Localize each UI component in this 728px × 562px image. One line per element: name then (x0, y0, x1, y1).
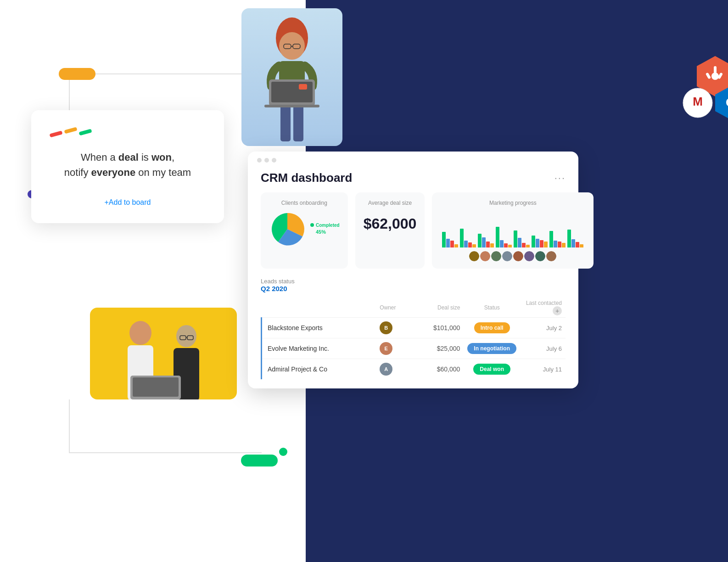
titlebar-dot-2 (264, 158, 269, 163)
cell-deal-size: $25,000 (421, 338, 464, 359)
svg-rect-11 (299, 84, 307, 90)
cell-owner: A (376, 359, 421, 380)
bar-chart (440, 211, 585, 247)
bar-group (514, 230, 530, 248)
cell-deal-size: $101,000 (421, 318, 464, 338)
status-badge: Intro call (474, 322, 510, 333)
leads-table-header-row: Owner Deal size Status Last contacted + (262, 298, 566, 318)
avatar-1 (469, 251, 479, 261)
metric-marketing-progress: Marketing progress (432, 192, 594, 269)
connector-line-bottom-v (69, 399, 70, 453)
table-row: Evolve Marketing Inc. E $25,000 In negot… (262, 338, 566, 359)
cell-status: Deal won (464, 359, 520, 380)
bar-group (532, 236, 548, 247)
owner-avatar: A (380, 363, 392, 376)
svg-point-14 (176, 325, 196, 347)
bar-segment (490, 243, 494, 247)
leads-table-head: Owner Deal size Status Last contacted + (262, 298, 566, 318)
cell-last-contacted: July 6 (520, 338, 566, 359)
logo-bar-red (49, 131, 62, 138)
leads-section: Leads status Q2 2020 Owner Deal size Sta… (248, 278, 578, 379)
leads-table: Owner Deal size Status Last contacted + … (261, 298, 566, 379)
workflow-description: When a deal is won, notify everyone on m… (50, 150, 206, 180)
col-header-status: Status (464, 298, 520, 318)
svg-text:O: O (726, 96, 728, 109)
add-column-button[interactable]: + (553, 306, 562, 315)
avatar-6 (524, 251, 534, 261)
svg-rect-20 (133, 377, 179, 397)
metric-deal-size: Average deal size $62,000 (355, 192, 425, 269)
bar-segment (468, 242, 472, 247)
col-header-deal-size: Deal size (421, 298, 464, 318)
connector-pill-yellow (59, 68, 95, 80)
avatar-8 (546, 251, 556, 261)
add-to-board-link[interactable]: +Add to board (50, 198, 206, 207)
bar-segment (482, 237, 486, 248)
bar-segment (504, 243, 508, 247)
metric-clients-onboarding: Clients onboarding Completed 4 (261, 192, 348, 269)
bar-segment (540, 240, 543, 248)
bar-group (442, 232, 458, 247)
svg-rect-6 (280, 105, 291, 141)
table-row: Blackstone Exports B $101,000 Intro call… (262, 318, 566, 338)
owner-avatar: E (380, 342, 392, 355)
logo-bar-green (78, 129, 92, 136)
svg-text:M: M (693, 95, 703, 108)
deal-size-value: $62,000 (364, 215, 417, 232)
bar-group (549, 231, 566, 247)
bar-segment (562, 243, 566, 248)
connector-dot-green (279, 448, 287, 456)
bar-segment (460, 229, 464, 247)
svg-rect-23 (714, 66, 717, 73)
status-badge: In negotiation (467, 343, 516, 354)
svg-rect-10 (264, 105, 319, 107)
cell-owner: B (376, 318, 421, 338)
legend-completed: Completed (310, 223, 340, 228)
leads-table-body: Blackstone Exports B $101,000 Intro call… (262, 318, 566, 380)
svg-point-22 (711, 73, 719, 80)
crm-header: CRM dashboard ··· (248, 169, 578, 192)
bar-segment (518, 238, 521, 247)
bar-segment (571, 239, 575, 247)
metric-onboarding-title: Clients onboarding (269, 200, 340, 206)
legend-dot-completed (310, 223, 314, 227)
avatar-4 (502, 251, 512, 261)
bar-segment (454, 244, 458, 248)
bar-segment (442, 232, 446, 247)
svg-point-1 (279, 32, 305, 60)
bar-segment (500, 240, 504, 248)
window-titlebar (248, 152, 578, 169)
bar-group (478, 234, 494, 247)
legend-pct: 45% (310, 229, 340, 235)
bar-segment (558, 242, 561, 248)
svg-rect-7 (293, 105, 303, 141)
bar-segment (514, 230, 517, 248)
photo-card-people (90, 308, 237, 399)
bar-segment (580, 244, 583, 248)
cell-company: Admiral Project & Co (262, 359, 376, 380)
bar-segment (576, 242, 579, 247)
bar-segment (549, 231, 553, 247)
bar-segment (496, 227, 499, 247)
bar-segment (536, 239, 539, 247)
bar-segment (446, 239, 450, 247)
metric-deal-size-title: Average deal size (364, 200, 417, 206)
connector-line-bottom-h (69, 452, 262, 453)
bar-group (460, 229, 476, 247)
bar-group (567, 230, 583, 247)
bar-segment (486, 242, 490, 248)
svg-point-12 (129, 321, 151, 345)
leads-title: Leads status (261, 278, 566, 285)
bar-group (496, 227, 512, 247)
titlebar-dot-3 (272, 158, 276, 163)
outlook-icon: O (713, 85, 728, 122)
bar-segment (544, 242, 548, 248)
col-header-owner: Owner (376, 298, 421, 318)
crm-title: CRM dashboard (261, 171, 352, 185)
table-row: Admiral Project & Co A $60,000 Deal won … (262, 359, 566, 380)
bar-segment (532, 236, 535, 247)
bar-segment (554, 241, 557, 247)
crm-more-button[interactable]: ··· (554, 172, 566, 184)
photo-card-woman (241, 8, 342, 146)
bar-segment (526, 245, 530, 247)
